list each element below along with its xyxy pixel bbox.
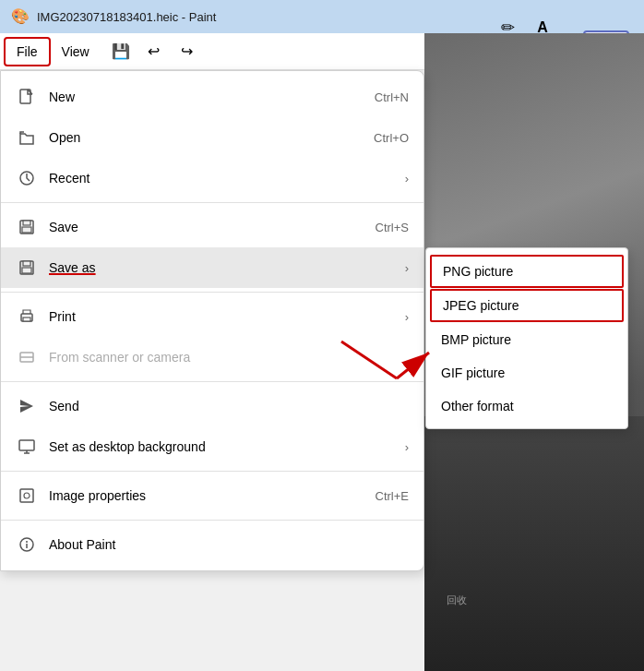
saveas-arrow: ›: [405, 261, 409, 275]
properties-shortcut: Ctrl+E: [376, 489, 409, 503]
menu-separator: [1, 292, 423, 293]
properties-icon: [16, 485, 38, 507]
print-icon: [16, 306, 38, 328]
file-menu-button[interactable]: File: [4, 37, 51, 66]
print-label: Print: [49, 309, 405, 324]
svg-rect-7: [23, 261, 30, 266]
menu-separator: [1, 202, 423, 203]
save-toolbar-button[interactable]: 💾: [108, 39, 134, 65]
recent-icon: [16, 167, 38, 189]
desktop-icon: [16, 436, 38, 458]
svg-rect-13: [19, 440, 34, 450]
file-menu: NewCtrl+NOpenCtrl+ORecent›SaveCtrl+SSave…: [0, 70, 424, 571]
redo-button[interactable]: ↪: [174, 39, 200, 65]
about-label: About Paint: [49, 537, 409, 552]
menu-item-desktop[interactable]: Set as desktop background›: [1, 426, 423, 467]
about-icon: [16, 533, 38, 556]
svg-rect-4: [23, 221, 30, 225]
menu-separator: [1, 520, 423, 521]
menu-item-saveas[interactable]: Save as›PNG pictureJPEG pictureBMP pictu…: [1, 247, 423, 288]
new-label: New: [49, 90, 375, 104]
saveas-icon: [16, 257, 38, 279]
send-label: Send: [49, 399, 409, 413]
submenu-item-jpeg[interactable]: JPEG picture: [430, 289, 624, 322]
print-arrow: ›: [405, 310, 409, 324]
new-icon: [16, 86, 38, 108]
menu-item-send[interactable]: Send: [1, 386, 423, 426]
menu-item-new[interactable]: NewCtrl+N: [1, 77, 423, 117]
gif-sublabel: GIF picture: [441, 365, 505, 380]
app-icon: 🎨: [11, 7, 30, 26]
desktop-label: Set as desktop background: [49, 439, 405, 454]
open-label: Open: [49, 130, 374, 145]
open-icon: [16, 126, 38, 149]
recent-label: Recent: [49, 171, 405, 186]
saveas-submenu: PNG pictureJPEG pictureBMP pictureGIF pi…: [425, 247, 628, 429]
save-label: Save: [49, 220, 376, 234]
properties-label: Image properties: [49, 488, 376, 503]
send-icon: [16, 395, 38, 417]
submenu-item-other[interactable]: Other format: [426, 389, 627, 423]
open-shortcut: Ctrl+O: [374, 131, 409, 145]
recent-arrow: ›: [405, 172, 409, 186]
save-icon: [16, 216, 38, 238]
save-shortcut: Ctrl+S: [376, 221, 409, 234]
menu-item-recent[interactable]: Recent›: [1, 158, 423, 198]
menu-item-save[interactable]: SaveCtrl+S: [1, 207, 423, 247]
undo-button[interactable]: ↩: [141, 39, 167, 65]
other-sublabel: Other format: [441, 399, 514, 413]
scanner-label: From scanner or camera: [49, 350, 409, 365]
new-shortcut: Ctrl+N: [375, 90, 409, 104]
submenu-item-png[interactable]: PNG picture: [430, 255, 624, 288]
desktop-arrow: ›: [405, 440, 409, 454]
svg-rect-8: [22, 268, 31, 273]
scanner-icon: [16, 346, 38, 368]
svg-point-17: [24, 493, 30, 498]
menu-item-properties[interactable]: Image propertiesCtrl+E: [1, 475, 423, 516]
svg-point-19: [26, 541, 28, 543]
menu-item-open[interactable]: OpenCtrl+O: [1, 117, 423, 158]
jpeg-sublabel: JPEG picture: [443, 298, 519, 313]
svg-rect-10: [23, 318, 30, 321]
submenu-item-bmp[interactable]: BMP picture: [426, 323, 627, 356]
menu-separator: [1, 471, 423, 472]
bmp-sublabel: BMP picture: [441, 332, 511, 347]
title-text: IMG20230718183401.heic - Paint: [37, 10, 216, 24]
toolbar-icons: 💾 ↩ ↪: [108, 39, 200, 65]
menu-item-print[interactable]: Print›: [1, 296, 423, 337]
submenu-item-gif[interactable]: GIF picture: [426, 356, 627, 389]
menu-item-about[interactable]: About Paint: [1, 524, 423, 565]
saveas-label: Save as: [49, 260, 405, 275]
png-sublabel: PNG picture: [443, 264, 513, 279]
menu-separator: [1, 381, 423, 382]
view-menu-button[interactable]: View: [51, 39, 101, 65]
menu-item-scanner: From scanner or camera: [1, 337, 423, 377]
svg-rect-16: [20, 489, 33, 502]
svg-rect-5: [22, 227, 31, 233]
